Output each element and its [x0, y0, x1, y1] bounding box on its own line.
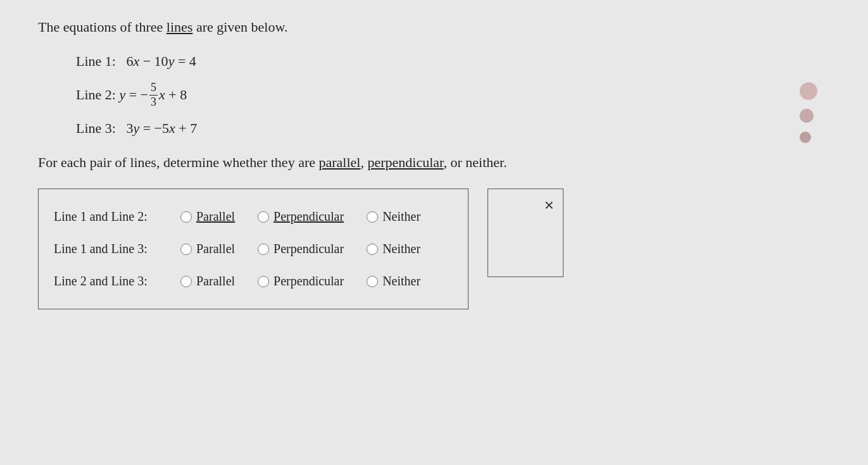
- line2-label: Line 2: y = −: [76, 87, 148, 103]
- row3-label: Line 2 and Line 3:: [54, 274, 180, 288]
- line3-eq: 3y = −5x + 7: [126, 120, 197, 136]
- intro-text-before: The equations of three: [38, 19, 167, 35]
- row1-neither-radio[interactable]: [367, 211, 378, 223]
- row2-perpendicular-label: Perpendicular: [274, 242, 344, 256]
- line2-denominator: 3: [149, 96, 158, 109]
- row3-neither-radio[interactable]: [367, 276, 378, 287]
- row2-neither-label: Neither: [382, 242, 420, 256]
- row2-perpendicular-option[interactable]: Perpendicular: [258, 242, 344, 256]
- row3-perpendicular-option[interactable]: Perpendicular: [258, 274, 344, 288]
- line2-numerator: 5: [149, 81, 158, 96]
- row3-perpendicular-label: Perpendicular: [274, 274, 344, 288]
- table-row: Line 1 and Line 2: Parallel Perpendicula…: [54, 201, 453, 233]
- question-start: For each pair of lines, determine whethe…: [38, 154, 318, 170]
- row1-parallel-option[interactable]: Parallel: [180, 209, 235, 224]
- row3-perpendicular-radio[interactable]: [258, 276, 269, 287]
- decorative-circle-medium: [800, 109, 814, 123]
- row2-parallel-label: Parallel: [196, 242, 235, 256]
- line2-fraction: 5 3: [149, 81, 158, 109]
- row1-neither-label: Neither: [382, 209, 420, 224]
- line3-equation: Line 3: 3y = −5x + 7: [76, 120, 830, 137]
- main-container: The equations of three lines are given b…: [0, 0, 868, 328]
- table-section: Line 1 and Line 2: Parallel Perpendicula…: [38, 189, 830, 309]
- side-box: ×: [487, 189, 563, 277]
- row1-perpendicular-label: Perpendicular: [274, 209, 344, 224]
- row1-perpendicular-option[interactable]: Perpendicular: [258, 209, 344, 224]
- lines-word: lines: [167, 19, 193, 35]
- row1-neither-option[interactable]: Neither: [367, 209, 420, 224]
- row2-perpendicular-radio[interactable]: [258, 244, 269, 255]
- row2-neither-option[interactable]: Neither: [367, 242, 420, 256]
- row3-parallel-label: Parallel: [196, 274, 235, 288]
- decorative-circle-small: [800, 132, 811, 143]
- line1-eq: 6x − 10y = 4: [126, 53, 196, 69]
- row2-neither-radio[interactable]: [367, 244, 378, 255]
- row1-label: Line 1 and Line 2:: [54, 209, 180, 224]
- parallel-word: parallel: [318, 154, 360, 170]
- question-text: For each pair of lines, determine whethe…: [38, 154, 830, 171]
- x-mark: ×: [544, 195, 554, 215]
- row2-parallel-radio[interactable]: [180, 244, 192, 255]
- intro-text: The equations of three lines are given b…: [38, 19, 830, 35]
- row3-parallel-radio[interactable]: [180, 276, 192, 287]
- line2-rest: x + 8: [159, 87, 187, 103]
- decorative-circles: [800, 82, 817, 143]
- row3-neither-label: Neither: [382, 274, 420, 288]
- question-comma: ,: [360, 154, 367, 170]
- table-row: Line 2 and Line 3: Parallel Perpendicula…: [54, 265, 453, 297]
- line2-equation: Line 2: y = − 5 3 x + 8: [76, 81, 830, 109]
- row1-parallel-radio[interactable]: [180, 211, 192, 223]
- table-row: Line 1 and Line 3: Parallel Perpendicula…: [54, 233, 453, 265]
- row2-parallel-option[interactable]: Parallel: [180, 242, 235, 256]
- question-end: , or neither.: [444, 154, 507, 170]
- row3-parallel-option[interactable]: Parallel: [180, 274, 235, 288]
- answer-table: Line 1 and Line 2: Parallel Perpendicula…: [38, 189, 469, 309]
- line1-label: Line 1:: [76, 53, 116, 69]
- perpendicular-word: perpendicular: [367, 154, 443, 170]
- row3-neither-option[interactable]: Neither: [367, 274, 420, 288]
- decorative-circle-large: [800, 82, 817, 100]
- row1-perpendicular-radio[interactable]: [258, 211, 269, 223]
- line1-equation: Line 1: 6x − 10y = 4: [76, 53, 830, 70]
- intro-text-after: are given below.: [192, 19, 287, 35]
- row2-label: Line 1 and Line 3:: [54, 242, 180, 256]
- line3-label: Line 3:: [76, 120, 116, 136]
- row1-parallel-label: Parallel: [196, 209, 235, 224]
